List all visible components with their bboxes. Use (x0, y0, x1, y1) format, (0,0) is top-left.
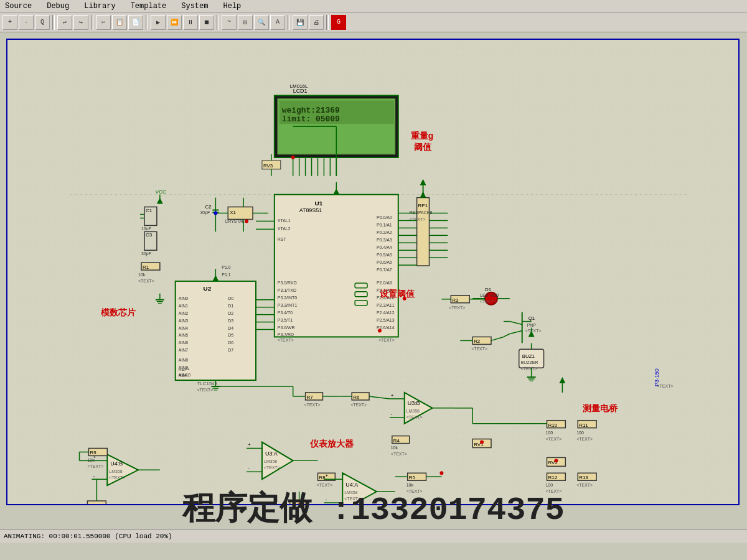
toolbar-zoom-in[interactable]: + (2, 15, 17, 30)
menu-system[interactable]: System (179, 1, 210, 12)
svg-text:P0.6/A6: P0.6/A6 (377, 260, 392, 264)
toolbar-sep3 (146, 15, 148, 30)
svg-text:U2: U2 (203, 285, 211, 292)
toolbar-copy[interactable]: 📋 (112, 15, 127, 30)
svg-point-214 (480, 441, 484, 444)
svg-text:R7: R7 (307, 394, 314, 400)
toolbar-graph[interactable]: G (331, 15, 346, 30)
svg-text:AIN2: AIN2 (179, 311, 189, 315)
svg-text:<TEXT>: <TEXT> (576, 437, 593, 441)
menu-debug[interactable]: Debug (44, 1, 72, 12)
status-bar: ANIMATING: 00:00:01.550000 (CPU load 20%… (0, 529, 747, 543)
menu-source[interactable]: Source (2, 1, 34, 12)
svg-text:AT89S51: AT89S51 (299, 207, 322, 213)
svg-text:P1.1: P1.1 (222, 273, 230, 277)
svg-text:R12: R12 (548, 475, 557, 480)
svg-text:D5: D5 (228, 333, 233, 337)
toolbar-paste[interactable]: 📄 (128, 15, 143, 30)
svg-text:<TEXT>: <TEXT> (316, 483, 332, 487)
svg-text:<TEXT>: <TEXT> (471, 347, 487, 351)
schematic-svg: weight:21369 limit: 05009 LCD1 LM016L 重量… (7, 40, 738, 504)
svg-text:<TEXT>: <TEXT> (406, 489, 423, 493)
svg-text:P0.4/A4: P0.4/A4 (377, 245, 392, 250)
svg-text:-: - (248, 465, 250, 471)
svg-text:<TEXT>: <TEXT> (278, 338, 294, 342)
toolbar-cut[interactable]: ✂ (96, 15, 111, 30)
svg-text:P3.2/INT0: P3.2/INT0 (278, 296, 297, 300)
svg-text:R13: R13 (579, 475, 588, 480)
svg-text:R14: R14 (88, 503, 98, 504)
toolbar-pause[interactable]: ⏸ (183, 15, 198, 30)
svg-text:D1: D1 (485, 287, 492, 292)
svg-text:<TEXT>: <TEXT> (87, 464, 103, 469)
toolbar-zoom-out[interactable]: - (19, 15, 34, 30)
svg-text:+: + (391, 393, 394, 398)
toolbar-wire[interactable]: ~ (222, 15, 237, 30)
svg-text:P2.4/A12: P2.4/A12 (377, 310, 395, 315)
menu-template[interactable]: Template (128, 1, 169, 12)
svg-text:D6: D6 (228, 340, 233, 345)
svg-text:P3.4/T0: P3.4/T0 (278, 310, 293, 315)
svg-text:AIN5: AIN5 (179, 333, 189, 337)
svg-text:-: - (325, 497, 327, 502)
svg-text:P3.1/TXD: P3.1/TXD (278, 288, 296, 292)
svg-text:P2.6/A14: P2.6/A14 (377, 325, 395, 330)
toolbar-stop[interactable]: ⏹ (199, 15, 214, 30)
svg-text:<TEXT>: <TEXT> (350, 403, 367, 407)
toolbar-undo[interactable]: ↩ (57, 15, 72, 30)
svg-text:<TEXT>: <TEXT> (304, 403, 321, 407)
svg-text:-: - (93, 473, 95, 478)
svg-text:BUZ1: BUZ1 (522, 353, 535, 359)
toolbar-zoom-fit[interactable]: Q (35, 15, 50, 30)
toolbar-step[interactable]: ⏩ (167, 15, 182, 30)
svg-text:D2: D2 (228, 311, 233, 315)
svg-text:<TEXT>: <TEXT> (576, 483, 593, 487)
svg-text:U1: U1 (315, 200, 323, 207)
svg-text:P2.5/A13: P2.5/A13 (377, 318, 395, 322)
svg-text:-: - (391, 411, 393, 417)
svg-text:LM016L: LM016L (290, 83, 308, 89)
svg-text:CRYSTAL: CRYSTAL (225, 219, 245, 223)
svg-text:阈值: 阈值 (414, 142, 432, 152)
svg-text:<TEXT>: <TEXT> (264, 465, 280, 470)
svg-text:P0.1/A1: P0.1/A1 (377, 223, 392, 227)
svg-text:RP1: RP1 (418, 203, 428, 208)
svg-text:AIN4: AIN4 (179, 326, 189, 330)
svg-text:10k: 10k (138, 273, 146, 277)
svg-text:模数芯片: 模数芯片 (100, 307, 136, 317)
schematic-canvas[interactable]: weight:21369 limit: 05009 LCD1 LM016L 重量… (6, 39, 740, 505)
toolbar-component[interactable]: ⊞ (238, 15, 253, 30)
toolbar-redo[interactable]: ↪ (73, 15, 88, 30)
svg-text:limit: 05009: limit: 05009 (282, 114, 340, 124)
toolbar-run[interactable]: ▶ (151, 15, 166, 30)
svg-text:100: 100 (576, 431, 584, 435)
svg-text:+: + (248, 442, 251, 447)
svg-text:AIN1: AIN1 (179, 304, 189, 308)
toolbar-save[interactable]: 💾 (293, 15, 308, 30)
svg-text:<TEXT>: <TEXT> (657, 384, 674, 388)
svg-text:R4: R4 (393, 438, 400, 444)
svg-text:LED-RED: LED-RED (480, 293, 499, 297)
svg-text:REF+: REF+ (179, 367, 190, 371)
toolbar-sep2 (91, 15, 93, 30)
svg-point-312 (291, 156, 295, 159)
svg-text:P3.5/T1: P3.5/T1 (278, 318, 293, 322)
svg-text:P2.3/A11: P2.3/A11 (377, 303, 395, 307)
svg-text:10uF: 10uF (141, 226, 151, 231)
menu-library[interactable]: Library (82, 1, 118, 12)
svg-text:D7: D7 (228, 348, 233, 352)
svg-text:REF-: REF- (179, 373, 189, 378)
toolbar-label[interactable]: A (270, 15, 285, 30)
svg-text:D4: D4 (228, 326, 233, 330)
menu-help[interactable]: Help (220, 1, 243, 12)
toolbar-print[interactable]: 🖨 (309, 15, 324, 30)
svg-text:BUZZER: BUZZER (521, 360, 538, 365)
canvas-area[interactable]: weight:21369 limit: 05009 LCD1 LM016L 重量… (0, 32, 747, 543)
toolbar-probe[interactable]: 🔍 (254, 15, 269, 30)
svg-text:VCC: VCC (156, 189, 166, 195)
svg-text:U3:B: U3:B (408, 400, 420, 406)
svg-text:P0.2/A2: P0.2/A2 (377, 230, 392, 235)
toolbar-sep4 (217, 15, 219, 30)
svg-text:R3: R3 (452, 297, 459, 303)
svg-text:R11: R11 (579, 422, 588, 428)
